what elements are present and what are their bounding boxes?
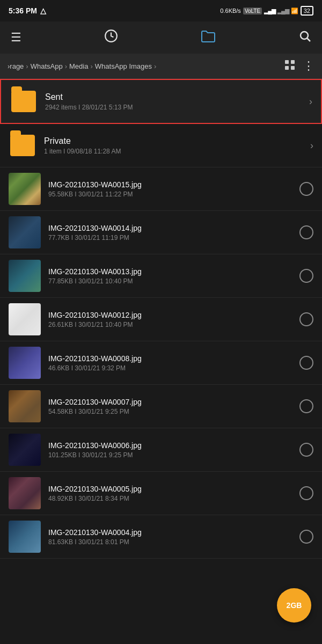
file-checkbox-8[interactable]	[299, 530, 313, 544]
file-thumb-4	[9, 347, 41, 379]
fab-storage[interactable]: 2GB	[277, 588, 311, 623]
file-thumb-8	[9, 521, 41, 553]
svg-rect-3	[285, 60, 289, 64]
folder-meta-private: 1 item I 09/08/18 11:28 AM	[44, 148, 310, 155]
folder-name-sent: Sent	[45, 92, 309, 102]
toolbar: ☰	[0, 21, 322, 54]
signal-bars: ▂▄▆	[264, 8, 275, 14]
chevron-icon-private: ›	[310, 140, 313, 151]
file-thumb-3	[9, 303, 41, 335]
file-info-6: IMG-20210130-WA0006.jpg 101.25KB I 30/01…	[48, 441, 295, 459]
history-icon[interactable]	[104, 29, 118, 46]
network-type: VoLTE	[243, 8, 262, 14]
file-thumb-5	[9, 390, 41, 422]
file-name-1: IMG-20210130-WA0014.jpg	[48, 224, 295, 232]
file-info-1: IMG-20210130-WA0014.jpg 77.7KB I 30/01/2…	[48, 224, 295, 241]
file-meta-8: 81.63KB I 30/01/21 8:01 PM	[48, 538, 295, 546]
file-checkbox-1[interactable]	[299, 225, 313, 239]
file-item-3[interactable]: IMG-20210130-WA0012.jpg 26.61KB I 30/01/…	[0, 298, 322, 341]
file-item-1[interactable]: IMG-20210130-WA0014.jpg 77.7KB I 30/01/2…	[0, 211, 322, 254]
breadcrumb-path: ›rage › WhatsApp › Media › WhatsApp Imag…	[8, 62, 284, 70]
breadcrumb-media[interactable]: Media	[69, 62, 88, 70]
file-thumb-7	[9, 477, 41, 509]
status-bar: 5:36 PM △ 0.6KB/s VoLTE ▂▄▆ ▂▄▆ 📶 32	[0, 0, 322, 21]
file-name-7: IMG-20210130-WA0005.jpg	[48, 485, 295, 493]
file-meta-2: 77.85KB I 30/01/21 10:40 PM	[48, 277, 295, 285]
status-left: 5:36 PM △	[9, 6, 46, 15]
chevron-icon-sent: ›	[309, 96, 312, 107]
file-thumb-1	[9, 216, 41, 248]
fab-label: 2GB	[287, 601, 302, 610]
file-name-6: IMG-20210130-WA0006.jpg	[48, 441, 295, 450]
file-meta-0: 95.58KB I 30/01/21 11:22 PM	[48, 191, 295, 198]
file-name-0: IMG-20210130-WA0015.jpg	[48, 180, 295, 189]
folder-info-sent: Sent 2942 items I 28/01/21 5:13 PM	[45, 92, 309, 111]
svg-rect-5	[285, 66, 289, 70]
wifi-icon: 📶	[291, 8, 298, 14]
file-checkbox-0[interactable]	[299, 182, 313, 196]
folder-item-private[interactable]: Private 1 item I 09/08/18 11:28 AM ›	[0, 124, 322, 167]
search-icon[interactable]	[298, 30, 311, 46]
file-info-5: IMG-20210130-WA0007.jpg 54.58KB I 30/01/…	[48, 398, 295, 415]
file-meta-6: 101.25KB I 30/01/21 9:25 PM	[48, 451, 295, 459]
file-item-6[interactable]: IMG-20210130-WA0006.jpg 101.25KB I 30/01…	[0, 428, 322, 472]
file-meta-5: 54.58KB I 30/01/21 9:25 PM	[48, 408, 295, 415]
svg-point-1	[301, 32, 308, 39]
file-checkbox-7[interactable]	[299, 486, 313, 500]
grid-view-icon[interactable]	[284, 60, 295, 73]
folder-icon-sent	[10, 87, 38, 115]
file-meta-3: 26.61KB I 30/01/21 10:40 PM	[48, 321, 295, 328]
breadcrumb-whatsapp[interactable]: WhatsApp	[31, 62, 63, 70]
battery-icon: 32	[301, 6, 313, 16]
file-name-2: IMG-20210130-WA0013.jpg	[48, 267, 295, 276]
breadcrumb-storage[interactable]: ›rage	[8, 62, 24, 70]
file-name-4: IMG-20210130-WA0008.jpg	[48, 354, 295, 363]
breadcrumb-bar: ›rage › WhatsApp › Media › WhatsApp Imag…	[0, 54, 322, 79]
file-name-3: IMG-20210130-WA0012.jpg	[48, 311, 295, 319]
cloud-icon: △	[40, 6, 46, 15]
file-item-7[interactable]: IMG-20210130-WA0005.jpg 48.92KB I 30/01/…	[0, 472, 322, 515]
svg-rect-4	[291, 60, 295, 64]
signal-bars-2: ▂▄▆	[277, 8, 289, 14]
more-options-icon[interactable]: ⋮	[303, 59, 314, 73]
file-thumb-2	[9, 260, 41, 292]
file-item-2[interactable]: IMG-20210130-WA0013.jpg 77.85KB I 30/01/…	[0, 254, 322, 298]
file-meta-1: 77.7KB I 30/01/21 11:19 PM	[48, 234, 295, 241]
status-right: 0.6KB/s VoLTE ▂▄▆ ▂▄▆ 📶 32	[220, 6, 313, 16]
svg-line-2	[308, 39, 311, 42]
file-item-5[interactable]: IMG-20210130-WA0007.jpg 54.58KB I 30/01/…	[0, 385, 322, 428]
folder-icon-private	[9, 131, 36, 159]
time: 5:36 PM	[9, 6, 37, 15]
file-thumb-0	[9, 173, 41, 205]
file-name-8: IMG-20210130-WA0004.jpg	[48, 528, 295, 537]
file-item-4[interactable]: IMG-20210130-WA0008.jpg 46.6KB I 30/01/2…	[0, 341, 322, 385]
file-info-7: IMG-20210130-WA0005.jpg 48.92KB I 30/01/…	[48, 485, 295, 502]
menu-icon[interactable]: ☰	[11, 31, 21, 45]
file-meta-7: 48.92KB I 30/01/21 8:34 PM	[48, 495, 295, 502]
file-info-8: IMG-20210130-WA0004.jpg 81.63KB I 30/01/…	[48, 528, 295, 546]
file-item-8[interactable]: IMG-20210130-WA0004.jpg 81.63KB I 30/01/…	[0, 515, 322, 559]
file-checkbox-2[interactable]	[299, 269, 313, 283]
network-speed: 0.6KB/s	[220, 8, 241, 14]
file-list: Sent 2942 items I 28/01/21 5:13 PM › Pri…	[0, 79, 322, 559]
svg-rect-6	[291, 66, 295, 70]
file-thumb-6	[9, 434, 41, 466]
file-checkbox-5[interactable]	[299, 399, 313, 413]
file-info-3: IMG-20210130-WA0012.jpg 26.61KB I 30/01/…	[48, 311, 295, 328]
folder-info-private: Private 1 item I 09/08/18 11:28 AM	[44, 136, 310, 155]
breadcrumb-actions: ⋮	[284, 59, 314, 73]
file-info-0: IMG-20210130-WA0015.jpg 95.58KB I 30/01/…	[48, 180, 295, 198]
file-name-5: IMG-20210130-WA0007.jpg	[48, 398, 295, 406]
file-info-4: IMG-20210130-WA0008.jpg 46.6KB I 30/01/2…	[48, 354, 295, 372]
folder-meta-sent: 2942 items I 28/01/21 5:13 PM	[45, 104, 309, 111]
folder-name-private: Private	[44, 136, 310, 146]
file-checkbox-6[interactable]	[299, 443, 313, 457]
breadcrumb-whatsapp-images[interactable]: WhatsApp Images	[95, 62, 152, 70]
file-item-0[interactable]: IMG-20210130-WA0015.jpg 95.58KB I 30/01/…	[0, 167, 322, 211]
file-checkbox-4[interactable]	[299, 356, 313, 370]
file-meta-4: 46.6KB I 30/01/21 9:32 PM	[48, 364, 295, 372]
folder-item-sent[interactable]: Sent 2942 items I 28/01/21 5:13 PM ›	[0, 79, 322, 124]
file-checkbox-3[interactable]	[299, 312, 313, 326]
file-info-2: IMG-20210130-WA0013.jpg 77.85KB I 30/01/…	[48, 267, 295, 285]
folder-icon[interactable]	[201, 29, 216, 46]
